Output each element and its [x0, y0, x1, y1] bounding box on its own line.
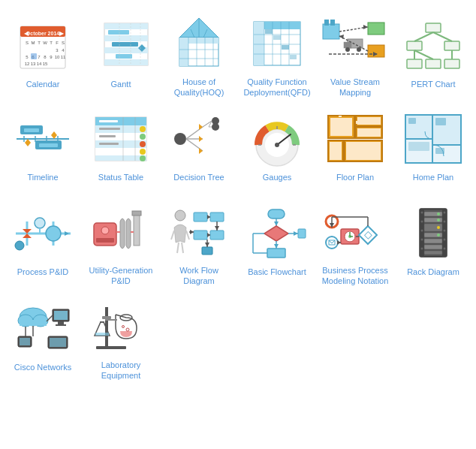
svg-point-112 — [140, 134, 146, 140]
homeplan-icon — [399, 109, 467, 169]
svg-text:15: 15 — [43, 62, 48, 66]
svg-rect-72 — [368, 23, 384, 35]
svg-marker-189 — [215, 226, 219, 231]
vsm-item[interactable]: Value StreamMapping — [316, 8, 394, 103]
svg-rect-258 — [58, 321, 64, 324]
svg-text:T: T — [50, 41, 53, 45]
svg-rect-28 — [104, 35, 148, 41]
svg-marker-199 — [274, 221, 279, 226]
hoq-item[interactable]: House ofQuality(HOQ) — [160, 8, 238, 103]
svg-marker-96 — [25, 139, 31, 146]
svg-rect-118 — [99, 135, 116, 137]
svg-point-175 — [101, 227, 109, 234]
processpid-item[interactable]: Process P&ID — [4, 196, 82, 291]
homeplan-item[interactable]: Home Plan — [394, 103, 472, 196]
svg-marker-205 — [274, 244, 279, 249]
svg-rect-185 — [210, 231, 224, 240]
timeline-item[interactable]: Timeline — [4, 103, 82, 196]
bpmn-item[interactable]: ◇ Business ProcessModeling Notation — [316, 196, 394, 291]
cisco-item[interactable]: Cisco Networks — [4, 291, 82, 386]
svg-rect-171 — [134, 212, 140, 246]
svg-point-128 — [212, 123, 219, 131]
svg-text:S: S — [26, 41, 29, 45]
qfd-label: Quality FunctionDeployment(QFD) — [243, 77, 310, 98]
gantt-icon — [87, 16, 155, 76]
svg-point-249 — [444, 230, 446, 232]
svg-rect-203 — [298, 229, 306, 238]
decisiontree-item[interactable]: Decision Tree — [160, 103, 238, 196]
svg-rect-184 — [194, 231, 207, 240]
timeline-label: Timeline — [27, 172, 58, 191]
homeplan-label: Home Plan — [413, 172, 453, 191]
svg-rect-108 — [95, 155, 146, 161]
gauges-item[interactable]: Gauges — [238, 103, 316, 196]
svg-line-181 — [182, 243, 183, 253]
qfd-item[interactable]: Quality FunctionDeployment(QFD) — [238, 8, 316, 103]
svg-rect-142 — [357, 117, 381, 125]
svg-point-113 — [140, 141, 146, 147]
svg-rect-63 — [282, 45, 289, 50]
diagram-gallery: October 2014 ◀ ▶ SMT WTFS 34 567 891011 … — [0, 0, 476, 393]
svg-text:◀: ◀ — [24, 30, 29, 37]
svg-marker-126 — [199, 148, 203, 154]
svg-point-248 — [444, 221, 446, 223]
svg-point-239 — [437, 218, 440, 221]
svg-rect-160 — [408, 142, 429, 151]
svg-rect-119 — [99, 143, 119, 145]
calendar-item[interactable]: October 2014 ◀ ▶ SMT WTFS 34 567 891011 … — [4, 8, 82, 103]
processpid-icon — [9, 203, 77, 264]
vsm-label: Value StreamMapping — [330, 77, 380, 98]
gantt-item[interactable]: Gantt — [82, 8, 160, 103]
rack-label: Rack Diagram — [407, 267, 459, 286]
decisiontree-icon — [165, 109, 233, 169]
svg-text:October 2014: October 2014 — [26, 31, 59, 36]
svg-rect-73 — [368, 45, 384, 57]
svg-rect-27 — [104, 23, 148, 29]
floorplan-item[interactable]: Floor Plan — [316, 103, 394, 196]
svg-point-243 — [421, 221, 423, 223]
svg-marker-124 — [199, 124, 203, 130]
svg-text:F: F — [56, 41, 59, 45]
svg-line-86 — [414, 32, 433, 41]
svg-text:S: S — [62, 41, 65, 45]
svg-text:14: 14 — [37, 62, 42, 66]
svg-point-251 — [444, 248, 446, 250]
pert-item[interactable]: PERT Chart — [394, 8, 472, 103]
lab-label: LaboratoryEquipment — [101, 360, 141, 381]
workflow-label: Work Flow Diagram — [163, 265, 235, 287]
timeline-icon — [9, 109, 77, 169]
svg-rect-183 — [210, 212, 224, 221]
svg-rect-31 — [108, 30, 129, 35]
svg-point-240 — [437, 226, 440, 229]
svg-rect-144 — [357, 128, 381, 137]
cisco-label: Cisco Networks — [14, 362, 71, 381]
svg-point-168 — [15, 241, 24, 250]
svg-text:W: W — [43, 41, 47, 45]
lab-item[interactable]: LaboratoryEquipment — [82, 291, 160, 386]
statustable-item[interactable]: Status Table — [82, 103, 160, 196]
svg-point-120 — [174, 133, 186, 145]
svg-marker-191 — [207, 233, 210, 237]
floorplan-label: Floor Plan — [336, 172, 374, 191]
svg-rect-32 — [112, 42, 138, 47]
svg-point-246 — [421, 248, 423, 250]
svg-point-115 — [140, 155, 146, 161]
basicflowchart-item[interactable]: Basic Flowchart — [238, 196, 316, 291]
svg-line-76 — [339, 36, 368, 51]
svg-rect-235 — [424, 239, 442, 243]
workflow-item[interactable]: Work Flow Diagram — [160, 196, 238, 291]
svg-point-274 — [122, 326, 125, 328]
lab-icon — [87, 297, 155, 357]
svg-point-111 — [140, 126, 146, 132]
utilitypid-item[interactable]: Utility-GenerationP&ID — [82, 196, 160, 291]
gauges-icon — [243, 109, 311, 169]
floorplan-icon — [321, 109, 389, 169]
svg-marker-200 — [264, 226, 288, 241]
svg-rect-117 — [99, 128, 120, 130]
processpid-label: Process P&ID — [17, 267, 68, 286]
svg-marker-169 — [65, 231, 69, 236]
svg-rect-85 — [444, 59, 459, 68]
rack-item[interactable]: Rack Diagram — [394, 196, 472, 291]
bpmn-icon: ◇ — [321, 202, 389, 262]
svg-rect-158 — [435, 118, 446, 125]
